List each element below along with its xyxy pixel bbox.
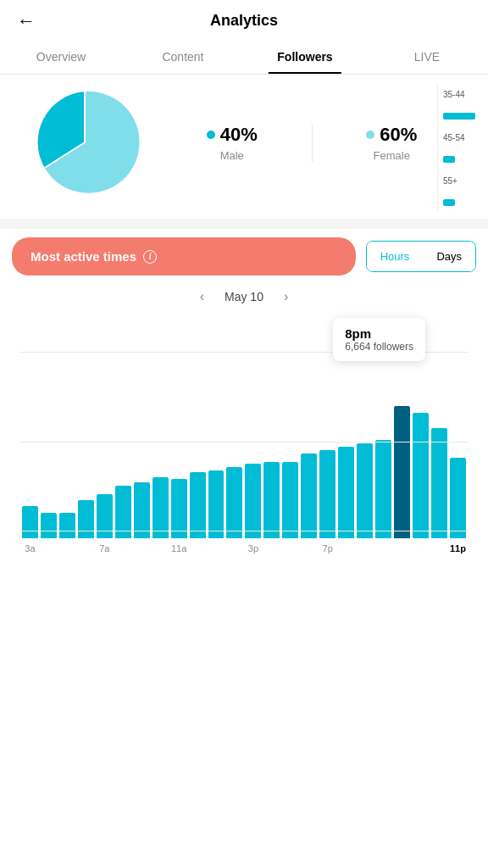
- bar-col-6: [134, 352, 150, 538]
- x-label-16: 7p: [319, 543, 336, 554]
- x-label-14: [282, 543, 298, 554]
- header: ← Analytics: [0, 0, 488, 42]
- bar-col-19: [375, 352, 391, 538]
- tab-content[interactable]: Content: [122, 42, 244, 74]
- bar-col-21: [413, 352, 429, 538]
- bar-8[interactable]: [171, 479, 187, 538]
- age-label-35: 35-44: [443, 90, 465, 99]
- chart-area: 8pm 6,664 followers 3a7a11a3p7p11p: [12, 318, 476, 554]
- x-axis-labels: 3a7a11a3p7p11p: [20, 538, 468, 554]
- bar-col-5: [115, 352, 131, 538]
- next-date-button[interactable]: ›: [284, 289, 288, 304]
- female-percentage: 60%: [380, 124, 417, 146]
- x-label-13: [263, 543, 280, 554]
- bar-3[interactable]: [78, 500, 94, 538]
- bar-col-22: [431, 352, 447, 538]
- tab-live[interactable]: LIVE: [366, 42, 488, 74]
- bar-col-17: [338, 352, 354, 538]
- bar-12[interactable]: [245, 464, 261, 538]
- x-label-0: 3a: [22, 543, 38, 554]
- female-dot: [366, 131, 374, 139]
- x-label-7: [152, 543, 169, 554]
- x-label-5: [115, 543, 131, 554]
- bar-14[interactable]: [282, 462, 298, 538]
- info-icon[interactable]: i: [143, 250, 157, 264]
- bar-col-18: [357, 352, 373, 538]
- bar-18[interactable]: [357, 443, 373, 538]
- bar-17[interactable]: [338, 447, 354, 538]
- male-label: Male: [220, 149, 244, 162]
- age-label-55: 55+: [443, 176, 458, 186]
- female-label: Female: [374, 149, 410, 162]
- bar-col-9: [190, 352, 206, 538]
- x-label-2: [59, 543, 75, 554]
- x-label-10: [208, 543, 225, 554]
- x-label-22: [431, 543, 447, 554]
- bar-6[interactable]: [134, 482, 150, 538]
- hours-button[interactable]: Hours: [367, 242, 424, 271]
- bar-4[interactable]: [97, 494, 113, 538]
- bar-11[interactable]: [226, 467, 242, 538]
- bar-col-7: [152, 352, 169, 538]
- bar-7[interactable]: [152, 477, 169, 538]
- bar-23[interactable]: [450, 458, 466, 538]
- x-label-15: [301, 543, 317, 554]
- bar-col-15: [301, 352, 317, 538]
- age-label-45: 45-54: [443, 133, 465, 142]
- prev-date-button[interactable]: ‹: [200, 289, 204, 304]
- male-dot: [207, 131, 215, 139]
- bar-10[interactable]: [208, 470, 225, 538]
- days-button[interactable]: Days: [423, 242, 475, 271]
- bar-col-16: [319, 352, 336, 538]
- bar-col-10: [208, 352, 225, 538]
- male-percentage: 40%: [220, 124, 258, 146]
- x-label-1: [41, 543, 57, 554]
- bar-21[interactable]: [413, 413, 429, 538]
- bar-20[interactable]: [394, 406, 410, 538]
- x-label-17: [338, 543, 354, 554]
- bar-19[interactable]: [375, 440, 391, 538]
- x-label-23: 11p: [450, 543, 466, 554]
- x-label-9: [190, 543, 206, 554]
- x-label-4: 7a: [97, 543, 113, 554]
- x-label-12: 3p: [245, 543, 261, 554]
- bar-col-13: [263, 352, 280, 538]
- age-bar-55: [443, 199, 455, 206]
- tab-bar: Overview Content Followers LIVE: [0, 42, 488, 75]
- bar-22[interactable]: [431, 428, 447, 538]
- bar-col-11: [226, 352, 242, 538]
- male-stat: 40% Male: [152, 124, 313, 162]
- most-active-badge: Most active times i: [12, 237, 356, 275]
- bar-col-4: [97, 352, 113, 538]
- age-row-35: 35-44: [443, 90, 483, 99]
- bar-15[interactable]: [301, 453, 317, 538]
- bar-16[interactable]: [319, 450, 336, 538]
- tooltip-time: 8pm: [345, 326, 413, 341]
- bar-col-3: [78, 352, 94, 538]
- bar-col-8: [171, 352, 187, 538]
- bar-9[interactable]: [190, 472, 206, 538]
- x-label-11: [226, 543, 242, 554]
- tab-followers[interactable]: Followers: [244, 42, 366, 74]
- x-label-8: 11a: [171, 543, 187, 554]
- section-divider-1: [0, 219, 488, 229]
- tab-overview[interactable]: Overview: [0, 42, 122, 74]
- bar-13[interactable]: [263, 462, 280, 538]
- most-active-section: Most active times i Hours Days ‹ May 10 …: [12, 237, 476, 554]
- age-row-55: 55+: [443, 176, 483, 186]
- bar-2[interactable]: [59, 513, 75, 538]
- bar-1[interactable]: [41, 513, 57, 538]
- gender-card: 40% Male 60% Female 35-44 45-54 55+: [0, 75, 488, 219]
- age-bar-35: [443, 113, 475, 120]
- most-active-label: Most active times: [30, 249, 136, 264]
- page-title: Analytics: [210, 12, 278, 30]
- bar-5[interactable]: [115, 486, 131, 538]
- x-label-18: [357, 543, 373, 554]
- x-label-19: [375, 543, 391, 554]
- chart-tooltip: 8pm 6,664 followers: [333, 318, 425, 361]
- bar-col-1: [41, 352, 57, 538]
- back-button[interactable]: ←: [17, 10, 36, 32]
- pie-chart: [17, 83, 152, 202]
- bar-0[interactable]: [22, 506, 38, 538]
- bar-col-12: [245, 352, 261, 538]
